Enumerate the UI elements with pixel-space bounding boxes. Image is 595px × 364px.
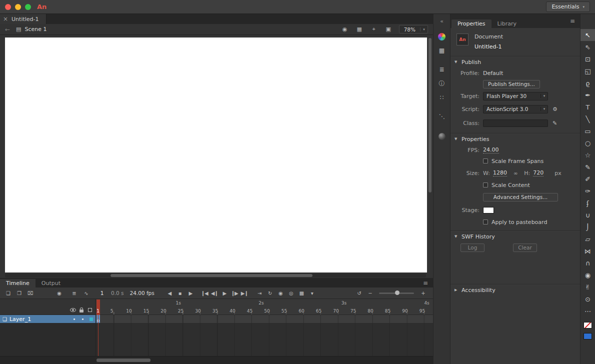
pencil-tool[interactable]: ✎	[580, 161, 595, 173]
link-dimensions-icon[interactable]: ∞	[514, 170, 518, 176]
pen-tool[interactable]: ✒	[580, 89, 595, 101]
graph-editor-button[interactable]: ∿	[82, 289, 90, 297]
close-window-button[interactable]	[5, 4, 11, 10]
document-name[interactable]: Untitled-1	[474, 44, 503, 50]
go-to-last-frame-button[interactable]: ▶❙	[240, 289, 248, 297]
stage-horizontal-scrollbar[interactable]	[5, 274, 426, 278]
show-parenting-button[interactable]: ≣	[70, 289, 78, 297]
oval-tool[interactable]: ○	[580, 137, 595, 149]
timeline-ruler[interactable]: 1s2s3s4s 1510152025303540455055606570758…	[96, 299, 433, 315]
edit-multiple-frames-button[interactable]: ▩	[298, 289, 306, 297]
stage-fill-button[interactable]: ▦	[355, 26, 364, 34]
class-input[interactable]	[483, 120, 548, 127]
fill-color-swatch[interactable]	[584, 333, 592, 340]
target-select[interactable]: Flash Player 30 ▾	[483, 92, 548, 100]
frames-area[interactable]: 1s2s3s4s 1510152025303540455055606570758…	[96, 299, 433, 356]
onion-skin-outlines-button[interactable]: ◎	[287, 289, 295, 297]
swatches-panel-icon[interactable]: ▦	[434, 46, 450, 55]
color-panel-icon[interactable]	[434, 32, 450, 41]
timeline-zoom-in-button[interactable]: +	[419, 289, 427, 297]
script-settings-wrench-icon[interactable]: ⚙	[552, 106, 558, 112]
selection-tool[interactable]: ↖	[580, 29, 595, 41]
maximize-window-button[interactable]	[25, 4, 31, 10]
tab-library[interactable]: Library	[492, 20, 522, 28]
apply-to-pasteboard-checkbox[interactable]	[483, 220, 488, 224]
delete-layer-button[interactable]: ⌧	[26, 289, 34, 297]
layer-lock-toggle[interactable]: •	[78, 316, 87, 322]
onion-skin-button[interactable]: ◉	[276, 289, 284, 297]
stage-canvas[interactable]	[5, 38, 427, 272]
layer-row-layer-1[interactable]: ❏ Layer_1 • •	[0, 315, 96, 324]
script-select[interactable]: ActionScript 3.0 ▾	[483, 105, 548, 114]
width-tool[interactable]: ⋈	[580, 245, 595, 257]
add-camera-button[interactable]: ◉	[55, 289, 63, 297]
info-panel-icon[interactable]: ⓘ	[434, 79, 450, 88]
paint-bucket-tool[interactable]: ∪	[580, 209, 595, 221]
advanced-settings-button[interactable]: Advanced Settings...	[483, 193, 558, 202]
publish-section-header[interactable]: ▼ Publish	[450, 56, 580, 68]
timeline-zoom-slider[interactable]	[379, 292, 414, 294]
class-edit-pencil-icon[interactable]: ✎	[552, 120, 557, 126]
clip-content-button[interactable]: ▣	[384, 26, 393, 34]
scale-frame-spans-checkbox[interactable]	[483, 158, 488, 164]
next-keyframe-button[interactable]: ▶	[186, 289, 194, 297]
frame-rate-readout[interactable]: 24.00 fps	[130, 290, 154, 296]
subselection-tool[interactable]: ⇖	[580, 41, 595, 53]
prev-keyframe-button[interactable]: ◀	[166, 289, 174, 297]
timeline-scrollbar[interactable]	[0, 356, 433, 364]
back-arrow-icon[interactable]: ←	[5, 26, 10, 33]
tab-timeline[interactable]: Timeline	[0, 279, 36, 288]
timeline-scrollbar-thumb[interactable]	[96, 358, 150, 362]
polystar-tool[interactable]: ☆	[580, 149, 595, 161]
camera-button[interactable]: ◉	[340, 26, 350, 34]
zoom-tool[interactable]: ⊙	[580, 293, 595, 305]
brush-library-panel-icon[interactable]: ⋱	[434, 112, 450, 121]
expand-panels-button[interactable]: «	[434, 16, 450, 26]
properties-menu-icon[interactable]: ≡	[570, 18, 575, 24]
stage-vertical-scrollbar-thumb[interactable]	[428, 38, 432, 192]
timeline-zoom-out-button[interactable]: −	[366, 289, 374, 297]
new-folder-button[interactable]: ❐	[15, 289, 23, 297]
transform-panel-icon[interactable]: ∷	[434, 93, 450, 102]
minimize-window-button[interactable]	[15, 4, 21, 10]
free-transform-tool[interactable]: ⊡	[580, 53, 595, 65]
swf-clear-button[interactable]: Clear	[513, 244, 537, 252]
show-hide-column-icon[interactable]	[68, 306, 77, 314]
gradient-transform-tool[interactable]: ◱	[580, 65, 595, 77]
layer-visibility-toggle[interactable]: •	[70, 316, 78, 322]
step-forward-button[interactable]: ❙▶	[230, 289, 238, 297]
accessibility-section-header[interactable]: ▶ Accessibility	[450, 284, 580, 296]
swf-log-button[interactable]: Log	[460, 244, 484, 252]
stage-horizontal-scrollbar-thumb[interactable]	[110, 274, 312, 277]
properties-section-header[interactable]: ▼ Properties	[450, 134, 580, 144]
stage-color-swatch[interactable]	[483, 207, 494, 214]
layer-1-frames-row[interactable]	[96, 315, 433, 324]
rectangle-tool[interactable]: ▭	[580, 125, 595, 137]
tab-properties[interactable]: Properties	[452, 20, 492, 28]
stop-button[interactable]: ▪	[176, 289, 184, 297]
height-value[interactable]: 720	[533, 170, 544, 176]
snap-magnet-tool[interactable]: ∩	[580, 257, 595, 269]
close-icon[interactable]: ×	[3, 16, 8, 22]
fps-value[interactable]: 24.00	[483, 146, 499, 154]
text-tool[interactable]: T	[580, 101, 595, 113]
bone-tool[interactable]: ʄ	[580, 197, 595, 209]
eyedropper-tool[interactable]: ⌡	[580, 221, 595, 233]
workspace-switcher[interactable]: Essentials ▾	[546, 2, 590, 12]
publish-settings-button[interactable]: Publish Settings...	[483, 80, 540, 88]
line-tool[interactable]: ╲	[580, 113, 595, 125]
play-button[interactable]: ▶	[220, 289, 228, 297]
step-back-button[interactable]: ◀❙	[210, 289, 218, 297]
new-layer-button[interactable]: ❏	[4, 289, 12, 297]
scale-content-checkbox[interactable]	[483, 182, 488, 188]
eraser-tool[interactable]: ▱	[580, 233, 595, 245]
loop-button[interactable]: ↻	[266, 289, 274, 297]
lasso-tool[interactable]: ϱ	[580, 77, 595, 89]
brush-tool[interactable]: ✐	[580, 173, 595, 185]
width-value[interactable]: 1280	[493, 170, 507, 176]
center-stage-button[interactable]: ⌖	[370, 26, 378, 34]
tab-untitled-1[interactable]: × Untitled-1	[0, 14, 46, 24]
hand-tool[interactable]: ✌	[580, 281, 595, 293]
layer-outline-cell[interactable]	[87, 318, 96, 321]
reset-timeline-zoom-button[interactable]: ↺	[355, 289, 363, 297]
